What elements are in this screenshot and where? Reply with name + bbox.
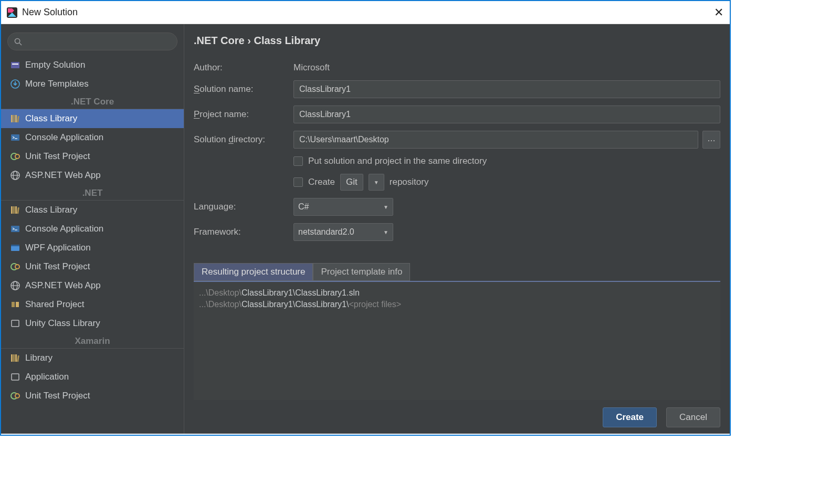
sidebar-item-label: Class Library — [25, 205, 77, 215]
svg-rect-3 — [11, 62, 19, 68]
svg-rect-4 — [12, 64, 18, 65]
sidebar-item-wpf[interactable]: WPF Application — [1, 238, 184, 257]
test-icon — [10, 152, 20, 161]
svg-rect-10 — [11, 134, 19, 141]
sidebar-item-empty-solution[interactable]: Empty Solution — [1, 56, 184, 75]
svg-rect-32 — [13, 354, 15, 362]
sidebar-item-shared[interactable]: Shared Project — [1, 295, 184, 314]
svg-rect-20 — [11, 226, 19, 232]
sidebar-item-label: ASP.NET Web App — [25, 280, 101, 291]
sidebar-item-unit-test[interactable]: Unit Test Project — [1, 147, 184, 166]
svg-rect-33 — [15, 354, 17, 362]
project-name-label: Project name: — [194, 109, 293, 120]
books-icon — [10, 205, 20, 215]
structure-panel: ...\Desktop\ClassLibrary1\ClassLibrary1.… — [194, 281, 720, 400]
sidebar-item-label: Unit Test Project — [25, 261, 90, 272]
main-panel: .NET Core › Class Library Author: Micros… — [184, 24, 730, 434]
svg-rect-6 — [11, 115, 13, 122]
solution-dir-input[interactable] — [293, 131, 698, 149]
search-input[interactable] — [7, 33, 177, 50]
breadcrumb: .NET Core › Class Library — [194, 35, 720, 47]
framework-select[interactable]: netstandard2.0▼ — [293, 223, 393, 241]
project-name-input[interactable] — [293, 106, 720, 123]
tab-structure[interactable]: Resulting project structure — [194, 263, 313, 281]
browse-button[interactable]: … — [702, 131, 720, 149]
chevron-down-icon: ▼ — [374, 180, 379, 185]
sidebar-item-console-app-net[interactable]: Console Application — [1, 219, 184, 238]
sidebar-item-xam-app[interactable]: Application — [1, 368, 184, 386]
console-icon — [10, 133, 20, 142]
sidebar-item-label: Shared Project — [25, 299, 84, 310]
solution-dir-label: Solution directory: — [194, 134, 293, 145]
wpf-icon — [10, 243, 20, 253]
svg-rect-34 — [17, 355, 19, 362]
svg-rect-9 — [17, 116, 19, 122]
window-title: New Solution — [22, 7, 714, 18]
web-icon — [10, 171, 20, 180]
framework-label: Framework: — [194, 227, 293, 237]
svg-rect-30 — [12, 320, 19, 327]
repo-type-dropdown[interactable]: ▼ — [369, 174, 384, 191]
sidebar-item-label: Application — [25, 372, 69, 382]
svg-rect-35 — [12, 374, 19, 380]
sidebar: Empty Solution More Templates .NET Core … — [1, 24, 184, 434]
svg-rect-31 — [11, 354, 13, 362]
create-repo-checkbox[interactable] — [293, 177, 303, 187]
language-select[interactable]: C#▼ — [293, 198, 393, 216]
sidebar-item-label: Console Application — [25, 224, 103, 234]
svg-point-12 — [15, 154, 19, 159]
test-icon — [10, 262, 20, 271]
svg-rect-16 — [11, 206, 13, 214]
svg-rect-8 — [15, 115, 17, 122]
svg-point-24 — [15, 265, 19, 269]
sidebar-item-label: Unity Class Library — [25, 318, 100, 329]
svg-point-37 — [15, 394, 19, 398]
repo-type-value: Git — [340, 174, 363, 191]
create-repo-post: repository — [390, 177, 429, 187]
sidebar-item-class-library-net[interactable]: Class Library — [1, 201, 184, 219]
solution-name-input[interactable] — [293, 80, 720, 98]
same-dir-label: Put solution and project in the same dir… — [308, 156, 487, 166]
cancel-button[interactable]: Cancel — [666, 407, 720, 427]
sidebar-item-label: Unit Test Project — [25, 391, 90, 401]
search-icon — [14, 38, 22, 46]
sidebar-item-unit-test-net[interactable]: Unit Test Project — [1, 257, 184, 276]
author-label: Author: — [194, 62, 293, 73]
create-button[interactable]: Create — [603, 407, 657, 427]
svg-rect-22 — [11, 245, 19, 246]
console-icon — [10, 224, 20, 234]
unity-icon — [10, 319, 20, 328]
same-dir-checkbox[interactable] — [293, 156, 303, 166]
svg-rect-18 — [15, 206, 17, 214]
sidebar-item-aspnet[interactable]: ASP.NET Web App — [1, 166, 184, 185]
books-icon — [10, 353, 20, 363]
sidebar-item-xam-test[interactable]: Unit Test Project — [1, 386, 184, 405]
solution-icon — [10, 60, 20, 70]
svg-rect-28 — [12, 302, 15, 307]
close-icon[interactable]: ✕ — [714, 6, 723, 19]
chevron-down-icon: ▼ — [383, 204, 388, 210]
tab-template-info[interactable]: Project template info — [313, 263, 410, 281]
solution-name-label: Solution name: — [194, 84, 293, 94]
sidebar-item-console-app[interactable]: Console Application — [1, 128, 184, 147]
sidebar-item-unity[interactable]: Unity Class Library — [1, 314, 184, 333]
shared-icon — [10, 300, 20, 309]
sidebar-item-label: Unit Test Project — [25, 151, 90, 162]
books-icon — [10, 114, 20, 123]
svg-point-1 — [15, 38, 19, 43]
author-value: Microsoft — [293, 62, 330, 73]
svg-line-2 — [19, 43, 22, 45]
sidebar-item-aspnet-net[interactable]: ASP.NET Web App — [1, 276, 184, 295]
group-header-netcore: .NET Core — [1, 94, 184, 109]
web-icon — [10, 281, 20, 290]
svg-rect-19 — [17, 207, 19, 214]
svg-rect-7 — [13, 115, 15, 122]
language-label: Language: — [194, 202, 293, 212]
sidebar-item-label: Empty Solution — [25, 60, 85, 70]
title-bar: New Solution ✕ — [1, 1, 730, 24]
sidebar-item-xam-library[interactable]: Library — [1, 349, 184, 368]
sidebar-item-class-library[interactable]: Class Library — [1, 109, 184, 128]
sidebar-item-label: ASP.NET Web App — [25, 170, 101, 181]
sidebar-item-more-templates[interactable]: More Templates — [1, 75, 184, 93]
svg-rect-29 — [16, 302, 19, 307]
